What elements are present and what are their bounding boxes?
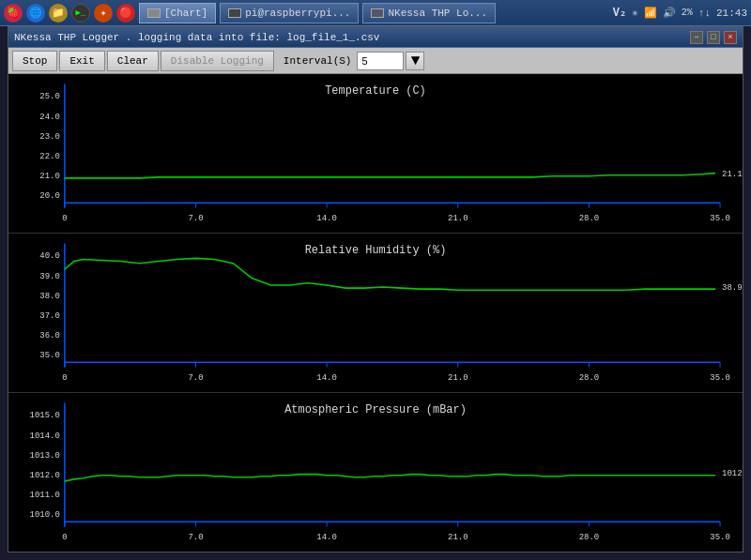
- window-controls: − □ ×: [690, 31, 737, 44]
- humidity-chart: Relative Humidity (%) 40.0 39.0 38.0 37.…: [8, 234, 743, 393]
- svg-text:14.0: 14.0: [316, 213, 337, 223]
- svg-text:1012.35: 1012.35: [722, 467, 743, 477]
- svg-text:1010.0: 1010.0: [30, 509, 60, 520]
- svg-text:1011.0: 1011.0: [30, 490, 60, 500]
- svg-text:1012.0: 1012.0: [30, 470, 60, 480]
- charts-area: Temperature (C) 25.0 24.0 23.0 22.0 21.0…: [8, 74, 743, 552]
- svg-text:37.0: 37.0: [39, 310, 60, 321]
- svg-text:1015.0: 1015.0: [30, 410, 60, 420]
- taskbar-logger-btn[interactable]: NKessa THP Lo...: [362, 3, 496, 23]
- svg-text:35.0: 35.0: [710, 213, 730, 223]
- svg-text:35.0: 35.0: [710, 532, 730, 542]
- svg-text:25.0: 25.0: [39, 91, 60, 101]
- star-icon[interactable]: ✦: [94, 4, 113, 23]
- interval-dropdown-button[interactable]: ▼: [406, 52, 424, 70]
- temperature-svg: Temperature (C) 25.0 24.0 23.0 22.0 21.0…: [8, 74, 743, 233]
- taskbar-chart-btn[interactable]: [Chart]: [139, 3, 216, 23]
- bluetooth-icon: ✳: [632, 7, 638, 19]
- raspberry-icon[interactable]: 🍓: [4, 4, 23, 23]
- logger-window-icon: [371, 8, 384, 18]
- svg-text:28.0: 28.0: [579, 213, 600, 223]
- disable-logging-button[interactable]: Disable Logging: [161, 51, 274, 71]
- svg-text:Relative Humidity (%): Relative Humidity (%): [305, 244, 447, 257]
- taskbar-right: V₂ ✳ 📶 🔊 2% ↑↓ 21:43: [613, 6, 747, 20]
- taskbar-chart-label: [Chart]: [164, 8, 207, 19]
- taskbar: 🍓 🌐 📁 ▶_ ✦ 🔴 [Chart] pi@raspberrypi... N…: [0, 0, 751, 26]
- svg-text:21.0: 21.0: [448, 372, 468, 383]
- svg-text:14.0: 14.0: [316, 372, 337, 383]
- svg-rect-23: [8, 234, 743, 392]
- maximize-button[interactable]: □: [707, 31, 720, 44]
- minimize-button[interactable]: −: [690, 31, 703, 44]
- taskbar-logger-label: NKessa THP Lo...: [388, 8, 487, 19]
- chart-window-icon: [147, 8, 161, 18]
- window-titlebar: NKessa THP Logger . logging data into fi…: [8, 27, 743, 48]
- taskbar-terminal-label: pi@raspberrypi...: [245, 8, 350, 19]
- svg-rect-46: [8, 393, 743, 552]
- folder-icon[interactable]: 📁: [49, 4, 68, 23]
- updown-icon: ↑↓: [698, 8, 711, 19]
- svg-rect-0: [8, 74, 743, 233]
- sound-icon: 🔊: [663, 7, 676, 19]
- close-button[interactable]: ×: [724, 31, 737, 44]
- svg-text:21.0: 21.0: [39, 171, 60, 181]
- pressure-svg: Atmospheric Pressure (mBar) 1015.0 1014.…: [8, 393, 743, 552]
- interval-label: Interval(S): [284, 55, 352, 67]
- interval-input[interactable]: [357, 52, 404, 70]
- svg-text:Temperature (C): Temperature (C): [325, 84, 426, 98]
- terminal-window-icon: [228, 8, 241, 18]
- svg-text:7.0: 7.0: [188, 372, 203, 383]
- battery-value: 2%: [682, 8, 693, 18]
- globe-icon[interactable]: 🌐: [26, 4, 45, 23]
- svg-text:14.0: 14.0: [316, 532, 337, 542]
- svg-text:24.0: 24.0: [39, 111, 60, 121]
- svg-text:21.15: 21.15: [722, 169, 743, 179]
- temperature-chart: Temperature (C) 25.0 24.0 23.0 22.0 21.0…: [8, 74, 743, 234]
- wifi-icon: 📶: [644, 7, 657, 19]
- vc-icon: V₂: [613, 6, 626, 20]
- svg-text:23.0: 23.0: [39, 130, 60, 141]
- taskbar-terminal-btn[interactable]: pi@raspberrypi...: [220, 3, 359, 23]
- svg-text:28.0: 28.0: [579, 372, 600, 383]
- svg-text:0: 0: [62, 532, 67, 542]
- svg-text:1013.0: 1013.0: [30, 449, 60, 460]
- svg-text:7.0: 7.0: [188, 213, 203, 223]
- stop-button[interactable]: Stop: [12, 51, 57, 71]
- main-window: NKessa THP Logger . logging data into fi…: [8, 26, 743, 552]
- svg-text:21.0: 21.0: [448, 213, 468, 223]
- svg-text:0: 0: [62, 372, 67, 383]
- svg-text:1014.0: 1014.0: [30, 430, 60, 440]
- svg-text:35.0: 35.0: [710, 372, 730, 383]
- svg-text:7.0: 7.0: [188, 532, 203, 542]
- clock: 21:43: [716, 8, 747, 19]
- terminal-icon[interactable]: ▶_: [71, 4, 90, 23]
- toolbar: Stop Exit Clear Disable Logging Interval…: [8, 48, 743, 74]
- svg-text:22.0: 22.0: [39, 151, 60, 161]
- exit-button[interactable]: Exit: [59, 51, 104, 71]
- shield-icon[interactable]: 🔴: [116, 4, 135, 23]
- svg-text:Atmospheric Pressure (mBar): Atmospheric Pressure (mBar): [284, 403, 467, 416]
- svg-text:40.0: 40.0: [39, 250, 60, 261]
- svg-text:0: 0: [62, 213, 67, 223]
- svg-text:39.0: 39.0: [39, 270, 60, 280]
- svg-text:38.0: 38.0: [39, 290, 60, 300]
- clear-button[interactable]: Clear: [107, 51, 159, 71]
- window-title: NKessa THP Logger . logging data into fi…: [14, 32, 379, 43]
- svg-text:28.0: 28.0: [579, 532, 600, 542]
- svg-text:20.0: 20.0: [39, 190, 60, 201]
- svg-text:36.0: 36.0: [39, 330, 60, 341]
- battery-indicator: 2%: [682, 8, 693, 18]
- pressure-chart: Atmospheric Pressure (mBar) 1015.0 1014.…: [8, 393, 743, 552]
- svg-text:35.0: 35.0: [39, 350, 60, 360]
- svg-text:21.0: 21.0: [448, 532, 468, 542]
- humidity-svg: Relative Humidity (%) 40.0 39.0 38.0 37.…: [8, 234, 743, 392]
- svg-text:38.92: 38.92: [722, 282, 743, 293]
